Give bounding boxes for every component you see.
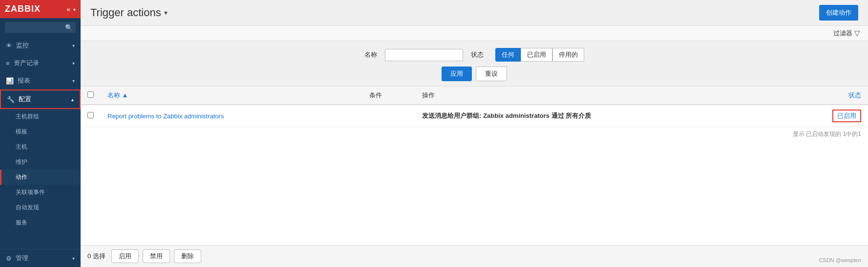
sidebar-item-assets[interactable]: ≡ 资产记录 ▾ (0, 54, 81, 72)
sidebar-sub-item-templates[interactable]: 模板 (0, 124, 81, 139)
sidebar-search-container: 🔍 (0, 18, 81, 37)
sidebar: ZABBIX « ▪ 🔍 👁 监控 ▾ ≡ 资产记录 ▾ 📊 报表 ▾ 🔧 配置… (0, 0, 81, 267)
row-name-cell: Report problems to Zabbix administrators (101, 105, 362, 127)
filter-bar: 过滤器 ▽ (81, 26, 868, 41)
selection-count: 0 选择 (87, 252, 106, 261)
sidebar-item-admin[interactable]: ⚙ 管理 ▾ (0, 249, 81, 267)
row-operations-cell: 发送消息给用户群组: Zabbix administrators 通过 所有介质 (415, 105, 783, 127)
row-checkbox-cell (81, 105, 101, 127)
col-name[interactable]: 名称 ▲ (101, 87, 362, 105)
header-row: 名称 ▲ 条件 操作 状态 (81, 87, 868, 105)
col-status: 状态 (783, 87, 868, 105)
select-all-col (81, 87, 101, 105)
disable-button[interactable]: 禁用 (143, 249, 170, 263)
main-content: Trigger actions ▾ 创建动作 过滤器 ▽ 名称 状态 任何 已启… (81, 0, 868, 267)
watermark: CSDN @wespten (819, 257, 861, 263)
reset-button[interactable]: 重设 (476, 67, 507, 81)
layout-icon[interactable]: ▪ (73, 5, 76, 13)
monitor-icon: 👁 (6, 42, 12, 49)
chevron-icon: ▾ (72, 256, 75, 261)
row-conditions-cell (362, 105, 416, 127)
sidebar-sub-item-hosts[interactable]: 主机 (0, 139, 81, 155)
delete-button[interactable]: 删除 (174, 249, 201, 263)
enable-button[interactable]: 启用 (111, 249, 139, 263)
sidebar-nav: 👁 监控 ▾ ≡ 资产记录 ▾ 📊 报表 ▾ 🔧 配置 ▴ 主机群组 模板 主机… (0, 37, 81, 230)
sidebar-sub-item-discovery[interactable]: 自动发现 (0, 200, 81, 215)
sidebar-item-reports[interactable]: 📊 报表 ▾ (0, 72, 81, 89)
filter-row-fields: 名称 状态 任何 已启用 停用的 (364, 48, 584, 62)
table-container: 名称 ▲ 条件 操作 状态 Report problems to Zabbix … (81, 87, 868, 245)
sidebar-item-config[interactable]: 🔧 配置 ▴ (0, 89, 81, 109)
logo-text: ZABBIX (5, 4, 41, 14)
sidebar-logo: ZABBIX « ▪ (0, 0, 81, 18)
status-button-group: 任何 已启用 停用的 (495, 48, 584, 62)
sidebar-item-label: 监控 (16, 41, 29, 50)
table-body: Report problems to Zabbix administrators… (81, 105, 868, 127)
sidebar-sub-item-host-groups[interactable]: 主机群组 (0, 109, 81, 124)
sidebar-item-monitor[interactable]: 👁 监控 ▾ (0, 37, 81, 54)
sidebar-sub-item-correlation[interactable]: 关联项事件 (0, 185, 81, 200)
sidebar-item-label: 报表 (18, 76, 30, 85)
reports-icon: 📊 (6, 77, 14, 85)
col-conditions: 条件 (362, 87, 416, 105)
bottom-bar: 0 选择 启用 禁用 删除 (81, 245, 868, 267)
select-all-checkbox[interactable] (87, 91, 94, 98)
status-badge[interactable]: 已启用 (832, 110, 861, 122)
chevron-icon: ▴ (71, 97, 74, 102)
sidebar-item-label: 配置 (19, 95, 31, 104)
search-icon: 🔍 (65, 24, 73, 31)
status-disabled-button[interactable]: 停用的 (552, 48, 584, 62)
status-any-button[interactable]: 任何 (495, 48, 521, 62)
filter-actions: 应用 重设 (442, 67, 507, 81)
logo-icons: « ▪ (66, 5, 76, 13)
sidebar-sub-item-actions[interactable]: 动作 (0, 170, 81, 185)
chevron-icon: ▾ (72, 61, 75, 66)
chevron-icon: ▾ (72, 43, 75, 48)
action-name-link[interactable]: Report problems to Zabbix administrators (107, 112, 224, 120)
sidebar-sub-item-maintenance[interactable]: 维护 (0, 155, 81, 170)
chevron-icon: ▾ (72, 78, 75, 84)
config-icon: 🔧 (7, 96, 15, 103)
title-dropdown-icon[interactable]: ▾ (164, 9, 168, 17)
admin-icon: ⚙ (6, 255, 12, 262)
sidebar-sub-item-services[interactable]: 服务 (0, 215, 81, 230)
name-input[interactable] (385, 49, 463, 61)
page-title-text: Trigger actions (90, 6, 161, 19)
filter-icon[interactable]: ▽ (854, 29, 860, 38)
operations-text: 发送消息给用户群组: Zabbix administrators 通过 所有介质 (422, 112, 591, 119)
apply-button[interactable]: 应用 (442, 67, 472, 81)
table-row: Report problems to Zabbix administrators… (81, 105, 868, 127)
filter-form: 名称 状态 任何 已启用 停用的 应用 重设 (81, 41, 868, 87)
actions-table: 名称 ▲ 条件 操作 状态 Report problems to Zabbix … (81, 87, 868, 127)
col-operations: 操作 (415, 87, 783, 105)
name-label: 名称 (364, 50, 377, 59)
main-header: Trigger actions ▾ 创建动作 (81, 0, 868, 26)
collapse-icon[interactable]: « (66, 5, 70, 13)
create-action-button[interactable]: 创建动作 (819, 5, 858, 21)
table-header: 名称 ▲ 条件 操作 状态 (81, 87, 868, 105)
sidebar-item-label: 资产记录 (14, 59, 39, 67)
row-status-cell: 已启用 (783, 105, 868, 127)
status-enabled-button[interactable]: 已启用 (521, 48, 552, 62)
status-filter-label: 状态 (471, 50, 484, 59)
assets-icon: ≡ (6, 60, 10, 67)
row-checkbox[interactable] (87, 112, 94, 118)
sidebar-bottom: ⚙ 管理 ▾ (0, 249, 81, 267)
sidebar-item-label: 管理 (16, 254, 28, 263)
page-title: Trigger actions ▾ (90, 6, 168, 19)
filter-label: 过滤器 (833, 29, 852, 38)
pagination-info: 显示 已启动发现的 1中的1 (81, 127, 868, 141)
